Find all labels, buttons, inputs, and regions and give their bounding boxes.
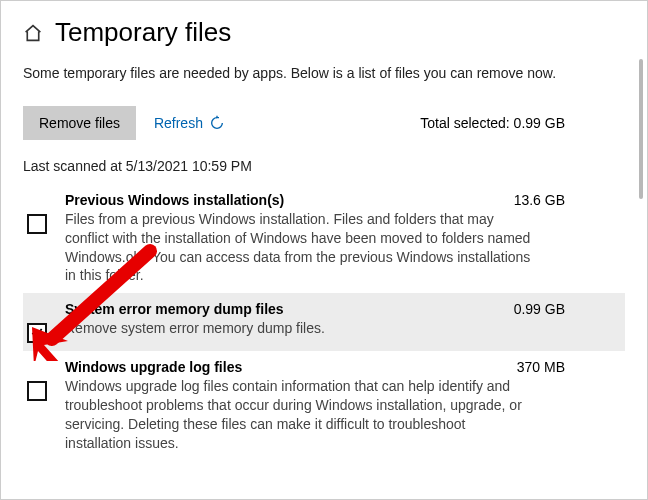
checkbox[interactable]: [27, 381, 47, 401]
refresh-label: Refresh: [154, 115, 203, 131]
item-size: 0.99 GB: [514, 301, 565, 317]
refresh-icon: [209, 115, 225, 131]
home-icon[interactable]: [23, 24, 43, 42]
item-title: Windows upgrade log files: [65, 359, 242, 375]
list-item[interactable]: System error memory dump files 0.99 GB R…: [23, 293, 625, 351]
list-item[interactable]: Windows upgrade log files 370 MB Windows…: [23, 351, 625, 461]
item-size: 13.6 GB: [514, 192, 565, 208]
checkbox[interactable]: [27, 323, 47, 343]
item-desc: Remove system error memory dump files.: [65, 319, 535, 338]
intro-text: Some temporary files are needed by apps.…: [23, 64, 583, 84]
item-size: 370 MB: [517, 359, 565, 375]
scrollbar[interactable]: [639, 59, 643, 199]
page-title: Temporary files: [55, 17, 231, 48]
last-scanned: Last scanned at 5/13/2021 10:59 PM: [23, 158, 625, 174]
item-title: System error memory dump files: [65, 301, 284, 317]
item-title: Previous Windows installation(s): [65, 192, 284, 208]
checkbox[interactable]: [27, 214, 47, 234]
remove-files-button[interactable]: Remove files: [23, 106, 136, 140]
item-desc: Files from a previous Windows installati…: [65, 210, 535, 286]
total-selected: Total selected: 0.99 GB: [420, 115, 565, 131]
item-desc: Windows upgrade log files contain inform…: [65, 377, 535, 453]
list-item[interactable]: Previous Windows installation(s) 13.6 GB…: [23, 184, 625, 294]
file-list: Previous Windows installation(s) 13.6 GB…: [23, 184, 625, 461]
refresh-link[interactable]: Refresh: [154, 115, 225, 131]
